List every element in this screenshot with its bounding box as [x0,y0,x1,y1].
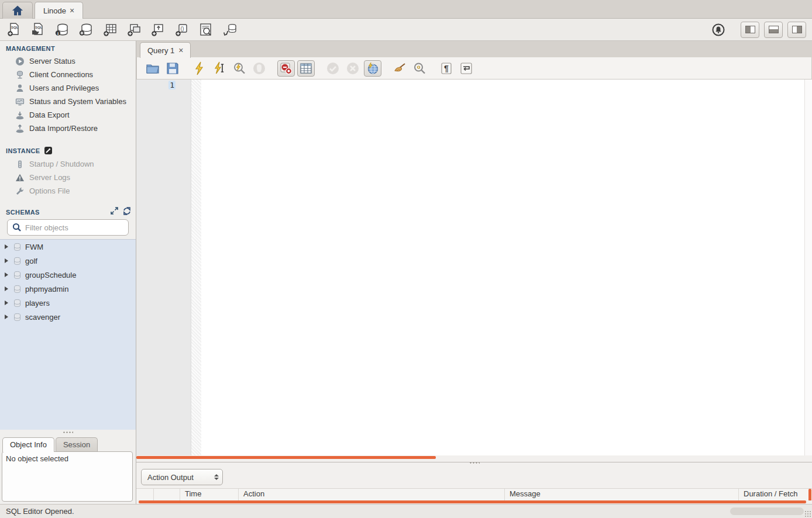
sidebar-item-startup-shutdown[interactable]: Startup / Shutdown [0,157,136,171]
expander-icon[interactable] [4,244,9,249]
column-time[interactable]: Time [180,489,239,500]
code-area[interactable] [201,80,804,455]
rollback-button[interactable] [344,60,362,77]
schema-node-fwm[interactable]: FWM [0,240,136,254]
column-index[interactable] [154,489,180,500]
editor-horizontal-scrollbar[interactable] [136,455,812,460]
create-view-icon[interactable] [126,22,142,38]
schema-icon [13,257,22,265]
options-file-icon [15,187,25,196]
scrollbar-thumb[interactable] [139,500,806,503]
open-file-button[interactable] [144,60,161,77]
output-view-select[interactable]: Action Output [141,469,223,485]
sidebar-item-label: Data Import/Restore [29,124,98,133]
query-tab-label: Query 1 [147,46,174,55]
pilcrow-icon: ¶ [439,61,453,75]
column-duration-fetch[interactable]: Duration / Fetch [739,489,812,500]
limit-rows-button[interactable] [297,60,315,77]
sql-editor[interactable]: 1 [136,80,812,455]
close-icon[interactable]: × [178,46,183,54]
expander-icon[interactable] [4,258,9,263]
explain-button[interactable] [230,60,248,77]
expander-icon[interactable] [4,301,9,305]
schema-node-players[interactable]: players [0,296,136,310]
instance-admin-icon [44,146,53,155]
close-icon[interactable]: × [70,6,74,15]
tab-query-1[interactable]: Query 1 × [140,42,191,58]
management-section-title: MANAGEMENT [6,45,55,52]
create-table-icon[interactable] [102,22,118,38]
client-connections-icon [15,70,25,80]
toggle-left-panel-button[interactable] [741,22,759,38]
data-import-icon [15,124,25,133]
sidebar-item-data-import[interactable]: Data Import/Restore [0,122,136,135]
sidebar-item-server-logs[interactable]: Server Logs [0,171,136,184]
window-tab-bar: Linode × [0,0,812,19]
filter-box[interactable] [7,219,129,236]
tab-object-info[interactable]: Object Info [2,437,54,452]
column-status[interactable] [136,489,154,500]
schema-node-scavenger[interactable]: scavenger [0,310,136,324]
connection-tab[interactable]: Linode × [35,2,83,19]
schema-node-golf[interactable]: golf [0,254,136,268]
toggle-bottom-panel-button[interactable] [764,22,783,38]
scrollbar-thumb[interactable] [136,456,436,459]
status-scrollbar-thumb[interactable] [730,507,804,515]
new-sql-tab-icon[interactable]: SQL [6,22,22,38]
create-function-icon[interactable]: () [174,22,190,38]
create-procedure-icon[interactable] [150,22,166,38]
find-button[interactable] [411,60,428,77]
tab-object-info-label: Object Info [10,440,47,449]
sidebar-item-server-status[interactable]: Server Status [0,54,136,68]
save-button[interactable] [164,60,181,77]
inspect-database-icon[interactable]: i [54,22,70,38]
create-schema-icon[interactable] [78,22,94,38]
output-vertical-scrollbar[interactable] [808,489,811,502]
sidebar-item-status-system-variables[interactable]: Status and System Variables [0,95,136,108]
column-action[interactable]: Action [239,489,505,500]
sidebar-item-label: Client Connections [29,70,93,79]
toggle-invisibles-button[interactable]: ¶ [438,60,455,77]
toggle-autocommit-button[interactable] [364,60,381,77]
sidebar-item-client-connections[interactable]: Client Connections [0,68,136,81]
schemas-section-title-wrap: SCHEMAS [0,205,111,217]
notifications-icon[interactable] [710,22,727,38]
expander-icon[interactable] [4,286,9,291]
stop-button[interactable] [250,60,268,77]
tab-session[interactable]: Session [56,437,98,452]
column-message[interactable]: Message [505,489,739,500]
filter-objects-input[interactable] [25,223,128,232]
sidebar-item-data-export[interactable]: Data Export [0,108,136,122]
connect-database-icon[interactable] [222,22,238,38]
execute-current-icon [212,61,226,75]
sidebar-item-users-privileges[interactable]: Users and Privileges [0,81,136,95]
schema-node-phpmyadmin[interactable]: phpmyadmin [0,282,136,296]
open-sql-script-icon[interactable]: SQL [30,22,46,38]
sidebar-splitter[interactable] [0,430,136,435]
editor-vertical-scrollbar[interactable] [804,80,812,455]
toggle-stop-on-error-button[interactable] [277,60,295,77]
status-bar: SQL Editor Opened. [0,504,812,518]
schema-node-groupschedule[interactable]: groupSchedule [0,268,136,282]
search-table-data-icon[interactable] [198,22,214,38]
splitter-grip-icon [63,431,73,433]
toggle-right-panel-button[interactable] [787,22,806,38]
beautify-icon [393,61,407,75]
execute-current-button[interactable] [211,60,228,77]
splitter-grip-icon [469,462,480,464]
expander-icon[interactable] [4,272,9,277]
execute-button[interactable] [191,60,208,77]
expand-schemas-icon[interactable] [111,207,118,215]
output-splitter[interactable] [136,460,812,466]
sidebar-item-label: Status and System Variables [29,97,126,106]
home-tab[interactable] [2,2,33,19]
sidebar-item-options-file[interactable]: Options File [0,184,136,198]
refresh-schemas-icon[interactable] [123,207,131,215]
resize-grip-icon[interactable] [804,510,811,517]
toggle-wrap-button[interactable] [457,60,475,77]
svg-text:¶: ¶ [444,64,449,73]
commit-button[interactable] [324,60,342,77]
expander-icon[interactable] [4,315,9,319]
save-icon [166,61,180,75]
beautify-button[interactable] [391,60,408,77]
